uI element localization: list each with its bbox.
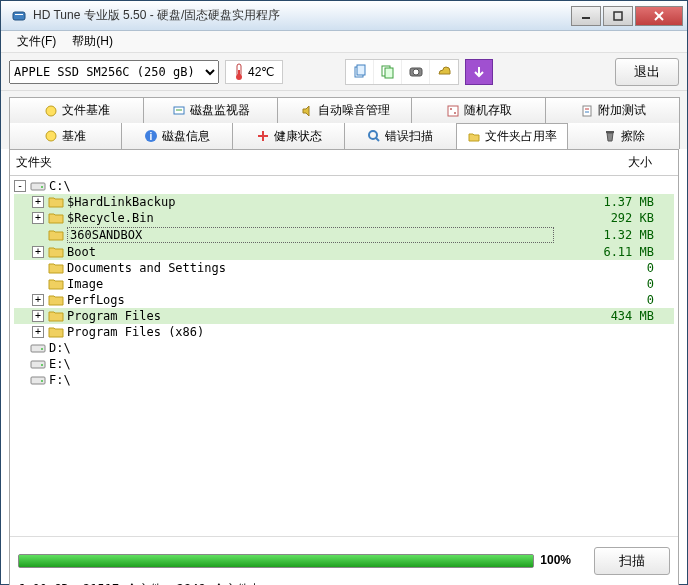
tab-info[interactable]: i磁盘信息 <box>121 123 234 149</box>
drive-icon <box>30 341 46 355</box>
tab-row-top: 文件基准 磁盘监视器 自动噪音管理 随机存取 附加测试 <box>9 97 679 123</box>
tree-item[interactable]: E:\ <box>14 356 674 372</box>
menu-help[interactable]: 帮助(H) <box>64 31 121 52</box>
svg-point-33 <box>41 348 43 350</box>
svg-point-19 <box>450 108 452 110</box>
app-icon <box>11 8 27 24</box>
drive-icon <box>30 179 46 193</box>
item-name: $HardLinkBackup <box>67 195 554 209</box>
folder-icon <box>48 325 64 339</box>
svg-rect-8 <box>238 70 240 77</box>
tree-item[interactable]: +Boot6.11 MB <box>14 244 674 260</box>
drive-select[interactable]: APPLE SSD SM256C (250 gB) <box>9 60 219 84</box>
header-size[interactable]: 大小 <box>552 154 672 171</box>
tree-item[interactable]: D:\ <box>14 340 674 356</box>
folder-icon <box>48 228 64 242</box>
tab-file-benchmark[interactable]: 文件基准 <box>9 97 144 123</box>
expand-toggle[interactable]: + <box>32 294 44 306</box>
header-folder[interactable]: 文件夹 <box>16 154 552 171</box>
tab-random-access[interactable]: 随机存取 <box>411 97 546 123</box>
svg-rect-34 <box>31 361 45 368</box>
item-name: C:\ <box>49 179 554 193</box>
expand-toggle[interactable]: + <box>32 326 44 338</box>
titlebar[interactable]: HD Tune 专业版 5.50 - 硬盘/固态硬盘实用程序 <box>1 1 687 31</box>
temperature-value: 42℃ <box>248 65 274 79</box>
progress-percent: 100% <box>540 553 571 567</box>
svg-point-14 <box>413 69 419 75</box>
tree-item[interactable]: F:\ <box>14 372 674 388</box>
folder-tree[interactable]: -C:\+$HardLinkBackup1.37 MB+$Recycle.Bin… <box>10 176 678 536</box>
svg-line-28 <box>376 138 379 141</box>
options-button[interactable] <box>430 60 458 84</box>
svg-point-31 <box>41 186 43 188</box>
tab-folder-usage[interactable]: 文件夹占用率 <box>456 123 569 149</box>
tree-item[interactable]: +$HardLinkBackup1.37 MB <box>14 194 674 210</box>
item-name: Documents and Settings <box>67 261 554 275</box>
svg-point-20 <box>454 112 456 114</box>
close-button[interactable] <box>635 6 683 26</box>
content-panel: 文件夹 大小 -C:\+$HardLinkBackup1.37 MB+$Recy… <box>9 149 679 585</box>
tree-item[interactable]: Documents and Settings0 <box>14 260 674 276</box>
folder-icon <box>48 277 64 291</box>
scan-button[interactable]: 扫描 <box>594 547 670 575</box>
svg-point-15 <box>46 106 56 116</box>
item-name: Program Files <box>67 309 554 323</box>
copy-info-button[interactable] <box>346 60 374 84</box>
tree-item[interactable]: -C:\ <box>14 178 674 194</box>
svg-rect-36 <box>31 377 45 384</box>
toolbar: APPLE SSD SM256C (250 gB) 42℃ 退出 <box>1 53 687 91</box>
svg-point-35 <box>41 364 43 366</box>
tree-item[interactable]: Image0 <box>14 276 674 292</box>
refresh-button[interactable] <box>465 59 493 85</box>
item-size: 0 <box>554 277 674 291</box>
tab-row-bottom: 基准 i磁盘信息 健康状态 错误扫描 文件夹占用率 擦除 <box>9 123 679 149</box>
tab-aam[interactable]: 自动噪音管理 <box>277 97 412 123</box>
exit-button[interactable]: 退出 <box>615 58 679 86</box>
expand-toggle[interactable]: + <box>32 196 44 208</box>
tab-health[interactable]: 健康状态 <box>232 123 345 149</box>
expand-toggle[interactable]: + <box>32 310 44 322</box>
scan-icon <box>367 129 381 143</box>
info-icon: i <box>144 129 158 143</box>
tree-item[interactable]: +Program Files434 MB <box>14 308 674 324</box>
svg-rect-21 <box>583 106 591 116</box>
progress-area: 100% 扫描 6.00 GB, 21517 个文件, 2848 个文件夹 <box>10 536 678 585</box>
thermometer-icon <box>234 63 244 81</box>
svg-rect-29 <box>606 131 614 133</box>
tree-item[interactable]: +Program Files (x86) <box>14 324 674 340</box>
item-name: 360SANDBOX <box>67 227 554 243</box>
window-title: HD Tune 专业版 5.50 - 硬盘/固态硬盘实用程序 <box>33 7 569 24</box>
tree-item[interactable]: 360SANDBOX1.32 MB <box>14 226 674 244</box>
summary-text: 6.00 GB, 21517 个文件, 2848 个文件夹 <box>18 581 670 585</box>
folder-icon <box>48 245 64 259</box>
tab-benchmark[interactable]: 基准 <box>9 123 122 149</box>
tree-item[interactable]: +$Recycle.Bin292 KB <box>14 210 674 226</box>
copy-screenshot-button[interactable] <box>374 60 402 84</box>
item-name: D:\ <box>49 341 554 355</box>
item-name: Boot <box>67 245 554 259</box>
svg-rect-30 <box>31 183 45 190</box>
folder-icon <box>467 130 481 144</box>
folder-icon <box>48 211 64 225</box>
svg-rect-3 <box>614 12 622 20</box>
temperature-display: 42℃ <box>225 60 283 84</box>
menu-file[interactable]: 文件(F) <box>9 31 64 52</box>
svg-point-27 <box>369 131 377 139</box>
benchmark-icon <box>44 129 58 143</box>
item-name: $Recycle.Bin <box>67 211 554 225</box>
tab-disk-monitor[interactable]: 磁盘监视器 <box>143 97 278 123</box>
save-screenshot-button[interactable] <box>402 60 430 84</box>
tree-item[interactable]: +PerfLogs0 <box>14 292 674 308</box>
expand-toggle[interactable]: + <box>32 212 44 224</box>
tab-erase[interactable]: 擦除 <box>567 123 680 149</box>
expand-toggle[interactable]: + <box>32 246 44 258</box>
expand-toggle[interactable]: - <box>14 180 26 192</box>
svg-text:i: i <box>150 131 153 142</box>
item-size: 0 <box>554 261 674 275</box>
tab-error-scan[interactable]: 错误扫描 <box>344 123 457 149</box>
maximize-button[interactable] <box>603 6 633 26</box>
tab-extra-tests[interactable]: 附加测试 <box>545 97 680 123</box>
minimize-button[interactable] <box>571 6 601 26</box>
svg-rect-0 <box>13 12 25 20</box>
item-size: 434 MB <box>554 309 674 323</box>
